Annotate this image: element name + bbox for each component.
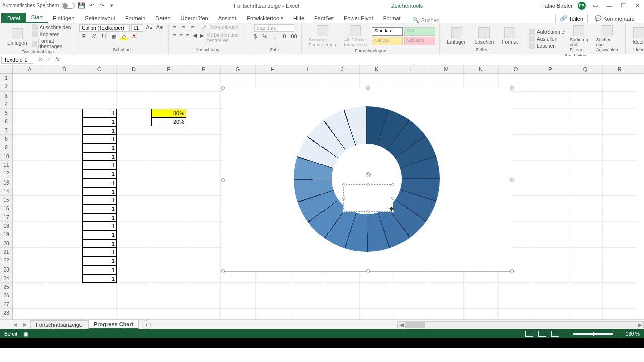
cell[interactable] xyxy=(568,283,603,291)
cell[interactable] xyxy=(47,178,82,187)
cell[interactable] xyxy=(117,265,151,274)
cell[interactable] xyxy=(603,169,637,178)
cell[interactable] xyxy=(568,178,603,187)
cell[interactable] xyxy=(117,187,151,196)
cell[interactable] xyxy=(186,317,221,319)
resize-handle[interactable] xyxy=(510,178,514,182)
cell[interactable] xyxy=(464,317,499,319)
cell[interactable] xyxy=(464,300,499,309)
cell[interactable]: 1 xyxy=(82,239,117,248)
align-right-icon[interactable] xyxy=(186,32,190,37)
cell[interactable] xyxy=(47,74,82,82)
cond-format-button[interactable]: Bedingte Formatierung xyxy=(306,24,339,48)
cell[interactable] xyxy=(603,74,637,82)
cell[interactable] xyxy=(394,283,429,291)
resize-handle[interactable] xyxy=(221,269,225,273)
cell[interactable] xyxy=(429,291,464,300)
cell[interactable]: 1 xyxy=(82,196,117,204)
cell[interactable] xyxy=(117,248,151,256)
cell[interactable] xyxy=(568,92,603,100)
row-header[interactable]: 18 xyxy=(0,222,13,230)
cell[interactable] xyxy=(603,109,637,117)
cell[interactable] xyxy=(13,222,47,230)
cell[interactable] xyxy=(151,230,186,239)
cell[interactable] xyxy=(47,100,82,109)
cell[interactable] xyxy=(464,309,499,317)
ideas-button[interactable]: Ideen xyxy=(630,26,644,46)
cell[interactable] xyxy=(256,291,290,300)
cell[interactable] xyxy=(186,109,221,117)
cell[interactable] xyxy=(533,152,568,161)
resize-handle[interactable] xyxy=(342,197,345,200)
cell[interactable] xyxy=(47,117,82,126)
decrease-font-icon[interactable]: A▾ xyxy=(155,24,164,32)
cell[interactable] xyxy=(533,256,568,265)
cell[interactable] xyxy=(568,100,603,109)
qat-dropdown-icon[interactable]: ▾ xyxy=(108,2,115,9)
cell[interactable] xyxy=(47,256,82,265)
cell[interactable] xyxy=(117,74,151,82)
row-header[interactable]: 19 xyxy=(0,230,13,239)
resize-handle[interactable] xyxy=(366,269,370,273)
cell[interactable] xyxy=(499,74,533,82)
cell[interactable] xyxy=(325,274,360,283)
tab-start[interactable]: Start xyxy=(26,12,48,23)
cell[interactable] xyxy=(151,169,186,178)
find-select-button[interactable]: Suchen und Auswählen xyxy=(593,24,621,53)
column-header[interactable]: E xyxy=(151,65,186,73)
cell[interactable] xyxy=(568,274,603,283)
cell[interactable] xyxy=(603,143,637,152)
cell[interactable] xyxy=(325,74,360,82)
cell[interactable] xyxy=(13,143,47,152)
cell[interactable] xyxy=(429,309,464,317)
cell[interactable]: 1 xyxy=(82,135,117,143)
cell[interactable] xyxy=(603,161,637,169)
cell[interactable] xyxy=(568,126,603,135)
dec-dec-icon[interactable]: .00 xyxy=(289,33,297,39)
cell[interactable] xyxy=(151,126,186,135)
row-header[interactable]: 16 xyxy=(0,204,13,213)
cell[interactable]: 1 xyxy=(82,187,117,196)
cell[interactable] xyxy=(533,126,568,135)
cell[interactable] xyxy=(13,74,47,82)
column-header[interactable]: L xyxy=(394,65,429,73)
cell[interactable]: 1 xyxy=(82,161,117,169)
cell[interactable] xyxy=(47,92,82,100)
cell[interactable] xyxy=(568,196,603,204)
cell[interactable] xyxy=(117,135,151,143)
row-header[interactable]: 14 xyxy=(0,187,13,196)
cell[interactable] xyxy=(13,317,47,319)
cut-button[interactable]: Ausschneiden xyxy=(32,24,71,30)
align-bottom-icon[interactable] xyxy=(191,24,198,29)
cell[interactable] xyxy=(533,169,568,178)
font-size-select[interactable]: 11 xyxy=(131,24,143,32)
cell[interactable] xyxy=(13,187,47,196)
page-layout-view-icon[interactable] xyxy=(538,331,546,337)
tab-einfuegen[interactable]: Einfügen xyxy=(48,13,79,23)
cell[interactable] xyxy=(603,178,637,187)
cell[interactable] xyxy=(325,309,360,317)
cell[interactable] xyxy=(151,291,186,300)
cell[interactable] xyxy=(360,283,394,291)
autosum-button[interactable]: AutoSumme xyxy=(529,29,565,35)
cell[interactable] xyxy=(13,283,47,291)
enter-formula-icon[interactable]: ✓ xyxy=(47,56,51,63)
align-middle-icon[interactable] xyxy=(182,24,189,29)
align-left-icon[interactable] xyxy=(173,32,177,37)
cell[interactable] xyxy=(117,100,151,109)
cell[interactable] xyxy=(186,117,221,126)
cell[interactable] xyxy=(464,274,499,283)
cell[interactable] xyxy=(290,300,325,309)
cell[interactable] xyxy=(186,213,221,222)
cell[interactable] xyxy=(47,126,82,135)
cell[interactable] xyxy=(186,230,221,239)
cell[interactable] xyxy=(568,152,603,161)
cell[interactable] xyxy=(533,82,568,91)
cell[interactable] xyxy=(13,213,47,222)
cell[interactable] xyxy=(568,309,603,317)
cell[interactable] xyxy=(603,239,637,248)
row-header[interactable]: 28 xyxy=(0,309,13,317)
cell[interactable]: 1 xyxy=(82,248,117,256)
cell[interactable] xyxy=(47,135,82,143)
cell[interactable] xyxy=(603,92,637,100)
